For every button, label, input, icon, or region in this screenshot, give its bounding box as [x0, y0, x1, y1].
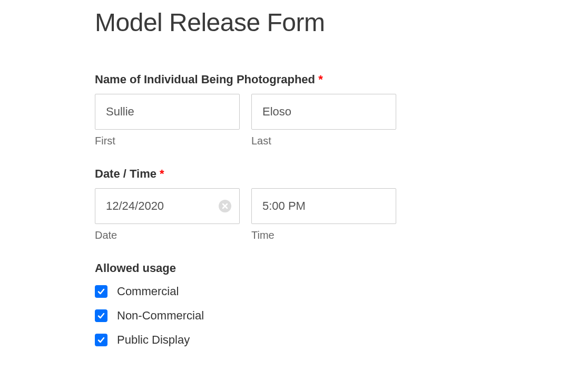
- checkbox-row-commercial: Commercial: [95, 285, 493, 298]
- first-name-input[interactable]: [95, 94, 240, 130]
- checkbox-label-publicdisplay: Public Display: [117, 333, 190, 347]
- last-name-sublabel: Last: [251, 135, 396, 147]
- clear-date-icon[interactable]: [219, 200, 231, 212]
- date-input[interactable]: [95, 188, 240, 224]
- time-col: Time: [251, 188, 396, 241]
- last-name-input[interactable]: [251, 94, 396, 130]
- checkbox-row-publicdisplay: Public Display: [95, 333, 493, 347]
- allowed-usage-label: Allowed usage: [95, 261, 493, 275]
- name-label-text: Name of Individual Being Photographed: [95, 73, 315, 86]
- first-name-sublabel: First: [95, 135, 240, 147]
- required-asterisk: *: [318, 73, 323, 86]
- checkbox-publicdisplay[interactable]: [95, 334, 107, 346]
- checkbox-row-noncommercial: Non-Commercial: [95, 309, 493, 323]
- checkbox-commercial[interactable]: [95, 285, 107, 298]
- name-label: Name of Individual Being Photographed *: [95, 73, 493, 86]
- name-row: First Last: [95, 94, 493, 147]
- datetime-label-text: Date / Time: [95, 167, 156, 180]
- last-name-col: Last: [251, 94, 396, 147]
- checkbox-label-commercial: Commercial: [117, 285, 179, 298]
- first-name-col: First: [95, 94, 240, 147]
- date-col: Date: [95, 188, 240, 241]
- form-container: Model Release Form Name of Individual Be…: [0, 0, 588, 375]
- name-field-group: Name of Individual Being Photographed * …: [95, 73, 493, 147]
- checkbox-noncommercial[interactable]: [95, 309, 107, 322]
- allowed-usage-group: Allowed usage Commercial Non-Commercial …: [95, 261, 493, 347]
- date-sublabel: Date: [95, 229, 240, 241]
- date-input-wrapper: [95, 188, 240, 224]
- checkbox-label-noncommercial: Non-Commercial: [117, 309, 204, 323]
- time-sublabel: Time: [251, 229, 396, 241]
- datetime-field-group: Date / Time * Date Time: [95, 167, 493, 241]
- datetime-label: Date / Time *: [95, 167, 493, 181]
- required-asterisk: *: [160, 167, 164, 180]
- datetime-row: Date Time: [95, 188, 493, 241]
- page-title: Model Release Form: [95, 8, 493, 37]
- time-input[interactable]: [251, 188, 396, 224]
